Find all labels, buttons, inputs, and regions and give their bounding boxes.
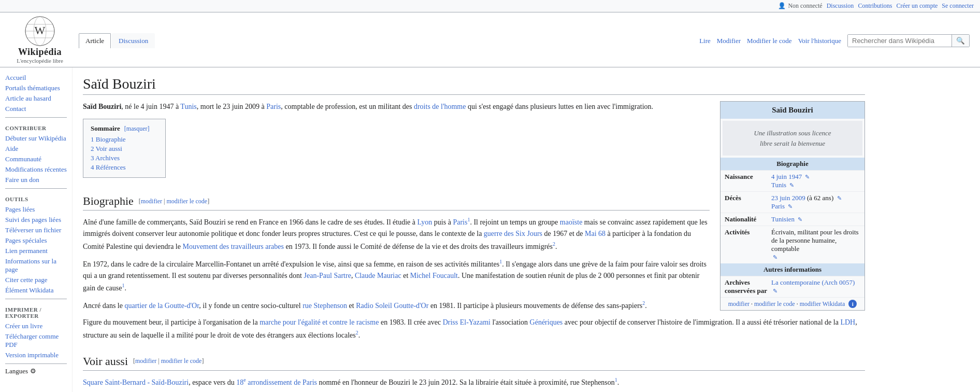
infobox-title: Saïd Bouziri: [720, 102, 864, 119]
link-lyon[interactable]: Lyon: [417, 218, 433, 226]
gear-icon[interactable]: ⚙: [30, 367, 36, 375]
birth-edit-icon[interactable]: ✎: [805, 174, 810, 180]
actions-right: Lire Modifier Modifier le code Voir l'hi…: [699, 34, 974, 47]
discussion-link[interactable]: Discussion: [827, 2, 854, 10]
sidebar-item-wikidata[interactable]: Élément Wikidata: [5, 285, 67, 296]
voir-aussi-edit-link[interactable]: modifier: [135, 357, 156, 365]
sidebar-item-accueil[interactable]: Accueil: [5, 73, 67, 83]
sidebar-item-suivi[interactable]: Suivi des pages liées: [5, 215, 67, 225]
birth-date-link[interactable]: 4 juin 1947: [771, 173, 802, 180]
main-nav: Accueil Portails thématiques Article au …: [5, 73, 67, 114]
death-edit-icon[interactable]: ✎: [837, 195, 842, 201]
sidebar-item-lien-permanent[interactable]: Lien permanent: [5, 246, 67, 256]
toc-toggle[interactable]: [masquer]: [124, 125, 150, 133]
activities-edit-icon[interactable]: ✎: [773, 254, 777, 260]
birth-label: Naissance: [725, 173, 771, 181]
sidebar-item-pages-liees[interactable]: Pages liées: [5, 204, 67, 215]
contributions-link[interactable]: Contributions: [858, 2, 892, 10]
link-mta[interactable]: Mouvement des travailleurs arabes: [182, 242, 284, 250]
intro-tunis-link[interactable]: Tunis: [180, 103, 196, 110]
search-input[interactable]: [848, 35, 952, 47]
sidebar-item-don[interactable]: Faire un don: [5, 175, 67, 185]
languages-section: Langues ⚙: [5, 367, 67, 375]
sidebar-item-telecharger-pdf[interactable]: Télécharger comme PDF: [5, 331, 67, 350]
sidebar-item-communaute[interactable]: Communauté: [5, 154, 67, 164]
infobox-image-placeholder: Une illustration sous licencelibre serai…: [723, 121, 862, 156]
sign-in-link[interactable]: Se connecter: [942, 2, 974, 10]
infobox-modifier-wikidata-link[interactable]: modifier Wikidata: [800, 300, 845, 307]
archives-link[interactable]: La contemporaine (Arch 0057): [771, 278, 855, 286]
link-rue-stephenson[interactable]: rue Stephenson: [302, 302, 347, 310]
link-paris-1[interactable]: Paris: [453, 218, 467, 226]
action-modify[interactable]: Modifier: [717, 37, 741, 45]
infobox-nationality-row: Nationalité Tunisien ✎: [720, 213, 864, 226]
sidebar-item-citer[interactable]: Citer cette page: [5, 275, 67, 285]
link-ldh[interactable]: LDH: [840, 318, 855, 326]
birth-place-link[interactable]: Tunis: [771, 181, 786, 189]
user-icon: 👤: [778, 2, 786, 10]
create-account-link[interactable]: Créer un compte: [896, 2, 938, 10]
sidebar-item-creer-livre[interactable]: Créer un livre: [5, 321, 67, 331]
main-layout: Accueil Portails thématiques Article au …: [0, 67, 980, 392]
action-read[interactable]: Lire: [699, 37, 711, 45]
biographie-edit-link[interactable]: modifier: [141, 198, 162, 205]
action-history[interactable]: Voir l'historique: [798, 37, 841, 45]
death-place-link[interactable]: Paris: [771, 202, 785, 210]
toc-link-2[interactable]: 2 Voir aussi: [91, 145, 122, 152]
link-marche[interactable]: marche pour l'égalité et contre le racis…: [260, 318, 379, 326]
print-title: Imprimer / exporter: [5, 302, 67, 321]
sidebar-item-debuter[interactable]: Débuter sur Wikipédia: [5, 133, 67, 144]
infobox-archives-row: Archivesconservées par La contemporaine …: [720, 276, 864, 297]
biographie-edit-code-link[interactable]: modifier le code: [167, 198, 208, 205]
link-goutte-dor[interactable]: quartier de la Goutte-d'Or: [124, 302, 199, 310]
tab-article[interactable]: Article: [79, 33, 111, 48]
link-foucault[interactable]: Michel Foucault: [410, 272, 458, 279]
toc-link-4[interactable]: 4 Références: [91, 163, 126, 171]
link-driss[interactable]: Driss El-Yazami: [443, 318, 491, 326]
sidebar-item-portails[interactable]: Portails thématiques: [5, 83, 67, 93]
link-radio-soleil[interactable]: Radio Soleil Goutte-d'Or: [356, 302, 428, 310]
infobox-modifier-code-link[interactable]: modifier le code: [754, 300, 795, 307]
section-voir-aussi-title: Voir aussi: [83, 355, 128, 368]
infobox-modifier-link[interactable]: modifier: [728, 300, 750, 307]
sidebar-item-version-imprimable[interactable]: Version imprimable: [5, 350, 67, 360]
infobox-death-row: Décès 23 juin 2009 (à 62 ans) ✎ Paris ✎: [720, 191, 864, 213]
birth-place-edit-icon[interactable]: ✎: [789, 182, 794, 188]
link-18e[interactable]: 18e arrondissement de Paris: [236, 379, 317, 386]
intro-paris-link[interactable]: Paris: [266, 103, 281, 110]
voir-aussi-edit-code-link[interactable]: modifier le code: [161, 357, 202, 365]
link-generiques[interactable]: Génériques: [530, 318, 563, 326]
link-maoiste[interactable]: maoïste: [560, 218, 583, 226]
link-mauriac[interactable]: Claude Mauriac: [355, 272, 401, 279]
tab-discussion[interactable]: Discussion: [112, 33, 155, 48]
nationality-link[interactable]: Tunisien: [771, 215, 795, 223]
infobox-birth-row: Naissance 4 juin 1947 ✎ Tunis ✎: [720, 170, 864, 191]
intro-droits-link[interactable]: droits de l'homme: [414, 103, 466, 110]
toc-item-4: 4 Références: [91, 163, 158, 172]
archives-edit-icon[interactable]: ✎: [773, 288, 777, 294]
sidebar-item-aide[interactable]: Aide: [5, 144, 67, 154]
sidebar-item-informations[interactable]: Informations sur la page: [5, 256, 67, 275]
toc-link-3[interactable]: 3 Archives: [91, 154, 120, 162]
infobox-footer: modifier · modifier le code · modifier W…: [720, 297, 864, 310]
action-modify-code[interactable]: Modifier le code: [747, 37, 792, 45]
link-sartre[interactable]: Jean-Paul Sartre: [304, 272, 351, 279]
tabs-row: Article Discussion: [79, 33, 156, 48]
sidebar-item-televerser[interactable]: Téléverser un fichier: [5, 225, 67, 235]
toc-link-1[interactable]: 1 Biographie: [91, 135, 126, 143]
nationality-edit-icon[interactable]: ✎: [798, 216, 802, 222]
sidebar-item-pages-speciales[interactable]: Pages spéciales: [5, 235, 67, 246]
sidebar-item-modifications[interactable]: Modifications récentes: [5, 164, 67, 175]
link-guerre-six-jours[interactable]: guerre des Six Jours: [484, 230, 542, 237]
search-button[interactable]: 🔍: [952, 35, 969, 47]
toc-label: Sommaire: [91, 124, 120, 133]
death-date-link[interactable]: 23 juin 2009: [771, 194, 805, 202]
link-square-saint-bernard[interactable]: Square Saint-Bernard - Saïd-Bouziri: [83, 379, 189, 386]
death-place-edit-icon[interactable]: ✎: [788, 203, 792, 209]
link-mai-68[interactable]: Mai 68: [585, 230, 606, 237]
contribute-title: Contribuer: [5, 121, 67, 133]
sidebar-item-hasard[interactable]: Article au hasard: [5, 93, 67, 104]
info-icon[interactable]: i: [848, 300, 857, 308]
sidebar-item-contact[interactable]: Contact: [5, 104, 67, 114]
death-value: 23 juin 2009 (à 62 ans) ✎ Paris ✎: [771, 194, 860, 211]
